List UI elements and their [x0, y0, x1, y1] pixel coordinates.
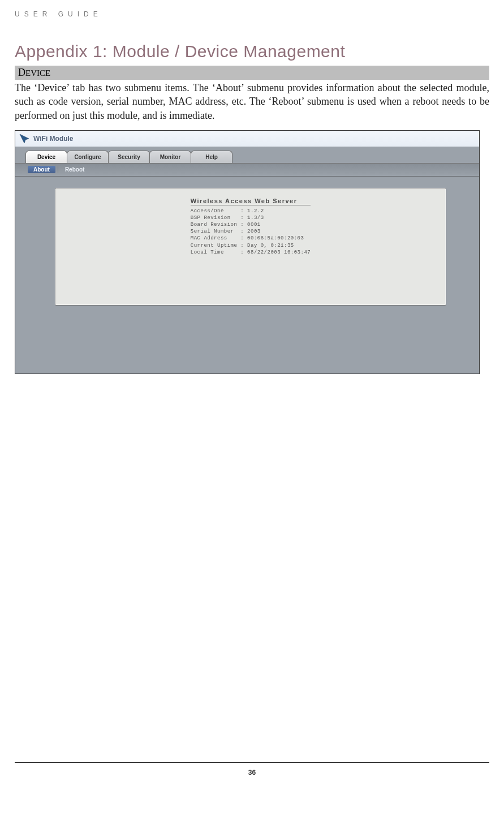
about-row: BSP Revision : 1.3/3: [191, 215, 311, 221]
main-tab-bar: Device Configure Security Monitor Help: [15, 147, 479, 164]
section-heading-rest: EVICE: [25, 68, 50, 78]
about-info: Wireless Access Web Server Access/One : …: [191, 198, 311, 256]
section-heading-initial: D: [18, 67, 25, 78]
subtab-about[interactable]: About: [28, 166, 55, 173]
tab-monitor[interactable]: Monitor: [149, 151, 191, 163]
about-heading: Wireless Access Web Server: [191, 198, 311, 205]
content-area: Wireless Access Web Server Access/One : …: [15, 177, 479, 374]
tab-help[interactable]: Help: [191, 151, 232, 163]
page-title: Appendix 1: Module / Device Management: [15, 42, 489, 61]
page: USER GUIDE Appendix 1: Module / Device M…: [0, 0, 504, 787]
about-row: Board Revision : 0001: [191, 221, 311, 228]
running-head: USER GUIDE: [15, 10, 489, 18]
app-logo-icon: [19, 133, 30, 144]
tab-device[interactable]: Device: [25, 151, 67, 163]
about-row: MAC Address : 00:06:5a:00:20:03: [191, 235, 311, 242]
sub-tab-bar: About Reboot: [15, 164, 479, 177]
subtab-separator: [58, 166, 58, 173]
about-row: Access/One : 1.2.2: [191, 208, 311, 215]
about-row: Serial Number : 2003: [191, 228, 311, 235]
page-number: 36: [0, 769, 504, 777]
section-heading-device: DEVICE: [15, 66, 489, 80]
subtab-reboot[interactable]: Reboot: [61, 166, 89, 173]
about-row: Current Uptime : Day 0, 0:21:35: [191, 242, 311, 249]
tab-configure[interactable]: Configure: [67, 151, 109, 163]
screenshot-wifi-module: WiFi Module Device Configure Security Mo…: [15, 130, 480, 374]
body-paragraph: The ‘Device’ tab has two submenu items. …: [15, 81, 489, 122]
window-titlebar: WiFi Module: [15, 131, 479, 147]
footer-rule: [15, 762, 489, 763]
about-row: Local Time : 08/22/2003 16:03:47: [191, 249, 311, 256]
about-panel: Wireless Access Web Server Access/One : …: [55, 188, 446, 306]
tab-security[interactable]: Security: [108, 151, 150, 163]
window-title: WiFi Module: [33, 135, 74, 143]
